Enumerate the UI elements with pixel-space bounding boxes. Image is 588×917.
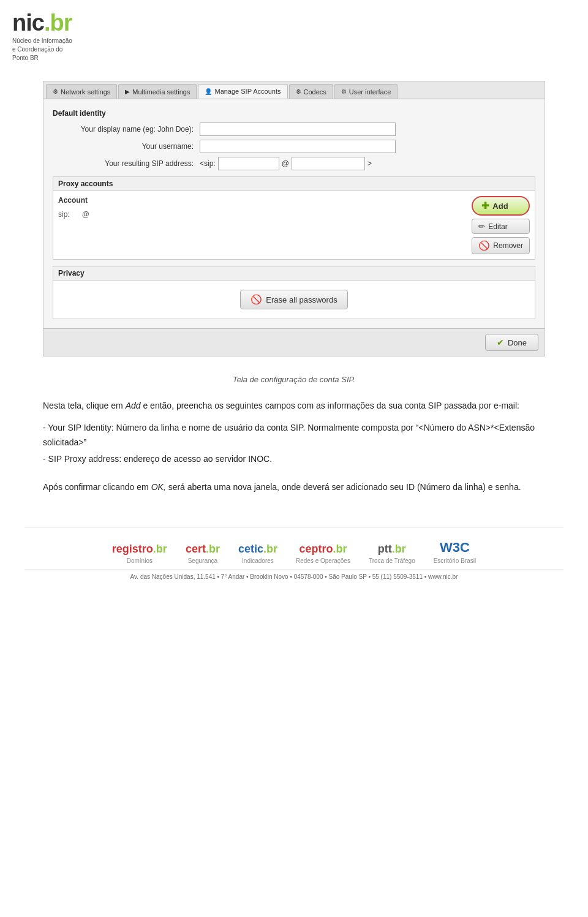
body-para3: - SIP Proxy address: endereço de acesso …	[43, 452, 545, 467]
display-name-label: Your display name (eg: John Doe):	[53, 125, 200, 134]
edit-button[interactable]: ✏ Editar	[472, 219, 530, 234]
display-name-input[interactable]	[200, 123, 396, 136]
sip-address-row: Your resulting SIP address: <sip: @ >	[53, 157, 535, 170]
screenshot-box: ⚙ Network settings ▶ Multimedia settings…	[43, 81, 545, 357]
proxy-list: Account sip: @	[53, 191, 467, 259]
tab-multimedia[interactable]: ▶ Multimedia settings	[118, 84, 197, 99]
sip-address-display: <sip: @ >	[200, 157, 372, 170]
proxy-accounts-section: Proxy accounts Account sip: @ ✚ Add	[53, 176, 535, 260]
privacy-header: Privacy	[53, 266, 535, 281]
tab-codecs[interactable]: ⚙ Codecs	[289, 84, 333, 99]
footer-logo-ceptro: ceptro.br Redes e Operações	[296, 543, 350, 564]
sip-icon: 👤	[205, 88, 212, 95]
main-content: ⚙ Network settings ▶ Multimedia settings…	[0, 69, 588, 598]
sip-at: @	[282, 159, 289, 168]
logo-area: nic.br Núcleo de Informação e Coordenaçã…	[12, 11, 72, 62]
tab-ui[interactable]: ⚙ User interface	[334, 84, 398, 99]
body-para4: Após confirmar clicando em OK, será aber…	[43, 480, 545, 495]
remove-button[interactable]: 🚫 Remover	[472, 237, 530, 254]
codecs-icon: ⚙	[296, 88, 301, 95]
privacy-section: Privacy 🚫 Erase all passwords	[53, 266, 535, 319]
erase-passwords-button[interactable]: 🚫 Erase all passwords	[240, 290, 347, 309]
plus-icon: ✚	[481, 200, 489, 211]
username-label: Your username:	[53, 142, 200, 151]
privacy-content: 🚫 Erase all passwords	[53, 281, 535, 319]
footer-logo-cert: cert.br Segurança	[186, 543, 220, 564]
logo: nic.br	[12, 11, 72, 34]
display-name-row: Your display name (eg: John Doe):	[53, 123, 535, 136]
logo-subtitle: Núcleo de Informação e Coordenação do Po…	[12, 37, 72, 62]
edit-icon: ✏	[478, 222, 485, 231]
tabs-bar: ⚙ Network settings ▶ Multimedia settings…	[43, 81, 545, 99]
proxy-content: Account sip: @ ✚ Add ✏ E	[53, 191, 535, 259]
logo-br: br	[50, 10, 72, 36]
sip-address-label: Your resulting SIP address:	[53, 159, 200, 168]
sip-prefix: <sip:	[200, 159, 216, 168]
caption: Tela de configuração de conta SIP.	[233, 375, 355, 384]
done-icon: ✔	[497, 338, 504, 347]
proxy-col-account: Account	[58, 196, 462, 205]
footer-logo-w3c: W3C Escritório Brasil	[434, 540, 476, 564]
sip-suffix: >	[368, 159, 372, 168]
remove-icon: 🚫	[478, 240, 490, 251]
footer-address: Av. das Nações Unidas, 11.541 • 7° Andar…	[24, 569, 564, 586]
tab-sip[interactable]: 👤 Manage SIP Accounts	[198, 84, 287, 99]
sip-domain-input[interactable]	[292, 157, 365, 170]
footer-logo-registro: registro.br Domínios	[112, 543, 167, 564]
footer: registro.br Domínios cert.br Segurança c…	[24, 527, 564, 586]
footer-logos: registro.br Domínios cert.br Segurança c…	[24, 527, 564, 569]
default-identity-title: Default identity	[53, 109, 535, 118]
proxy-row-1: sip: @	[58, 208, 462, 221]
tab-network[interactable]: ⚙ Network settings	[46, 84, 117, 99]
erase-icon: 🚫	[251, 294, 262, 305]
ui-icon: ⚙	[341, 88, 347, 95]
username-input[interactable]	[200, 140, 396, 153]
proxy-accounts-title: Proxy accounts	[58, 179, 113, 188]
footer-logo-ptt: ptt.br Troca de Tráfego	[369, 543, 415, 564]
proxy-buttons: ✚ Add ✏ Editar 🚫 Remover	[467, 191, 535, 259]
proxy-header: Proxy accounts	[53, 177, 535, 191]
network-icon: ⚙	[53, 88, 58, 95]
form-area: Default identity Your display name (eg: …	[43, 99, 545, 328]
sip-user-input[interactable]	[218, 157, 279, 170]
header: nic.br Núcleo de Informação e Coordenaçã…	[0, 0, 588, 69]
body-para2: - Your SIP Identity: Número da linha e n…	[43, 421, 545, 450]
add-button[interactable]: ✚ Add	[472, 196, 530, 216]
done-button[interactable]: ✔ Done	[485, 334, 538, 351]
multimedia-icon: ▶	[125, 88, 130, 95]
body-para1: Nesta tela, clique em Add e então, preen…	[43, 399, 545, 413]
username-row: Your username:	[53, 140, 535, 153]
footer-logo-cetic: cetic.br Indicadores	[238, 543, 277, 564]
bottom-bar: ✔ Done	[43, 328, 545, 356]
logo-nic: nic	[12, 10, 44, 36]
